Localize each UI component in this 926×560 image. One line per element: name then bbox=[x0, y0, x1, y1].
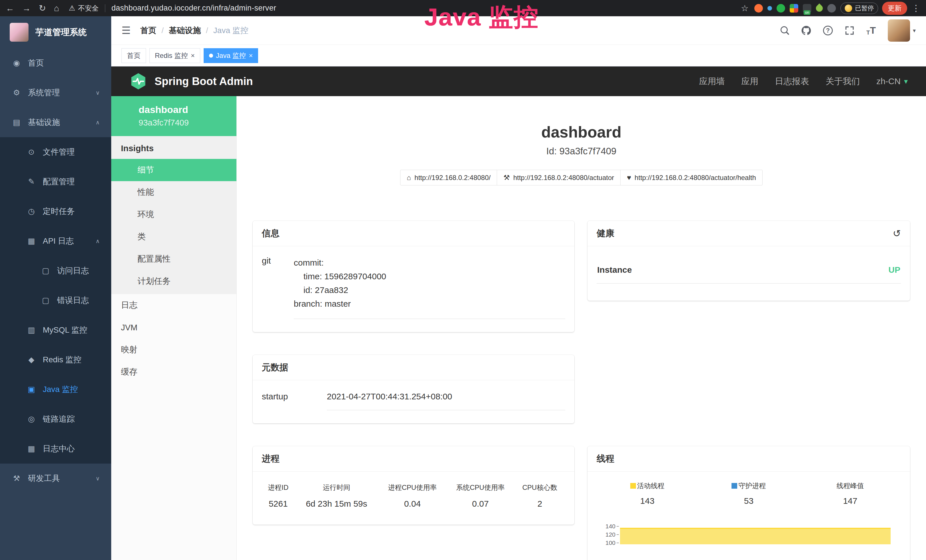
sba-item-details[interactable]: 细节 bbox=[111, 159, 236, 181]
sidebar-item-log-center[interactable]: ▦ 日志中心 bbox=[0, 434, 111, 463]
sba-item-caches[interactable]: 缓存 bbox=[111, 361, 236, 383]
sba-item-scheduled-tasks[interactable]: 计划任务 bbox=[111, 270, 236, 292]
extension-icon-4[interactable] bbox=[790, 4, 798, 12]
sba-content: dashboard Id: 93a3fc7f7409 ⌂ http://192.… bbox=[237, 96, 926, 560]
address-bar[interactable]: dashboard.yudao.iocoder.cn/infra/admin-s… bbox=[112, 4, 276, 12]
sba-item-classes[interactable]: 类 bbox=[111, 226, 236, 248]
app-logo[interactable]: 芋道管理系统 bbox=[0, 16, 111, 48]
tab-home[interactable]: 首页 bbox=[121, 48, 146, 63]
forward-icon[interactable]: → bbox=[22, 3, 31, 13]
sba-navbar: Spring Boot Admin 应用墙 应用 日志报表 关于我们 zh-CN… bbox=[111, 67, 926, 96]
tab-redis-monitor[interactable]: Redis 监控 × bbox=[150, 48, 200, 63]
close-icon[interactable]: × bbox=[191, 52, 195, 59]
sba-brand-title[interactable]: Spring Boot Admin bbox=[154, 75, 253, 88]
reload-icon[interactable]: ↻ bbox=[39, 3, 46, 13]
sidebar-item-label: 配置管理 bbox=[43, 176, 75, 187]
font-size-large-t: T bbox=[870, 25, 876, 36]
extension-icon-6[interactable] bbox=[814, 3, 824, 13]
sba-item-mappings[interactable]: 映射 bbox=[111, 339, 236, 361]
paused-badge[interactable]: 已暂停 bbox=[840, 3, 878, 14]
sba-item-environment[interactable]: 环境 bbox=[111, 203, 236, 226]
document-icon: ▢ bbox=[41, 296, 51, 305]
github-icon[interactable] bbox=[801, 26, 811, 35]
sba-nav-journal[interactable]: 日志报表 bbox=[775, 76, 809, 87]
fullscreen-icon[interactable] bbox=[845, 26, 855, 35]
monitor-icon: ▣ bbox=[26, 385, 36, 394]
sidebar-item-label: MySQL 监控 bbox=[43, 325, 87, 336]
bookmark-star-icon[interactable]: ☆ bbox=[741, 3, 749, 13]
sidebar-item-mysql-monitor[interactable]: ▥ MySQL 监控 bbox=[0, 315, 111, 345]
user-avatar[interactable] bbox=[888, 20, 910, 42]
process-value-system-cpu: 0.07 bbox=[446, 498, 514, 512]
security-chip[interactable]: ⚠ 不安全 bbox=[69, 4, 98, 13]
sidebar-item-tracing[interactable]: ◎ 链路追踪 bbox=[0, 404, 111, 434]
active-threads-swatch bbox=[630, 483, 636, 489]
info-card-title: 信息 bbox=[262, 227, 280, 239]
sidebar-item-label: 访问日志 bbox=[57, 265, 89, 276]
metadata-key: startup bbox=[262, 390, 327, 410]
help-icon[interactable]: ? bbox=[823, 26, 833, 35]
sidebar-item-home[interactable]: ◉ 首页 bbox=[0, 48, 111, 78]
sidebar-toggle-icon[interactable]: ☰ bbox=[121, 24, 131, 36]
user-menu[interactable]: ▾ bbox=[888, 20, 916, 42]
sidebar-item-redis-monitor[interactable]: ◆ Redis 监控 bbox=[0, 345, 111, 375]
browser-menu-icon[interactable]: ⋮ bbox=[912, 3, 920, 13]
extension-icon-2[interactable] bbox=[767, 6, 772, 11]
sba-nav-wallboard[interactable]: 应用墙 bbox=[699, 76, 725, 87]
sidebar-item-label: 定时任务 bbox=[43, 206, 75, 217]
extension-icon-1[interactable] bbox=[754, 4, 763, 12]
sidebar-item-file-management[interactable]: ⊙ 文件管理 bbox=[0, 137, 111, 167]
git-id-line: id: 27aa832 bbox=[294, 283, 565, 297]
home-icon: ⌂ bbox=[407, 173, 411, 182]
sba-instance-header[interactable]: dashboard 93a3fc7f7409 bbox=[111, 96, 236, 136]
sba-sidebar: dashboard 93a3fc7f7409 Insights 细节 性能 环境… bbox=[111, 96, 237, 560]
sidebar-item-api-log[interactable]: ▦ API 日志 ∧ bbox=[0, 226, 111, 256]
chevron-up-icon: ∧ bbox=[95, 238, 100, 244]
sba-item-performance[interactable]: 性能 bbox=[111, 181, 236, 203]
breadcrumb-home[interactable]: 首页 bbox=[140, 25, 156, 36]
search-icon[interactable] bbox=[780, 26, 790, 35]
metadata-card-title: 元数据 bbox=[262, 362, 288, 374]
tab-java-monitor[interactable]: Java 监控 × bbox=[204, 48, 258, 63]
sidebar-item-system-management[interactable]: ⚙ 系统管理 ∨ bbox=[0, 78, 111, 107]
wrench-icon: ⚒ bbox=[503, 173, 510, 182]
process-value-cpu-cores: 2 bbox=[514, 498, 565, 512]
sidebar-item-java-monitor[interactable]: ▣ Java 监控 bbox=[0, 375, 111, 404]
chevron-up-icon: ∧ bbox=[95, 119, 100, 126]
breadcrumb-infrastructure[interactable]: 基础设施 bbox=[169, 25, 201, 36]
database-icon: ▥ bbox=[26, 325, 36, 334]
sidebar-item-dev-tools[interactable]: ⚒ 研发工具 ∨ bbox=[0, 463, 111, 493]
actuator-url-button[interactable]: ⚒ http://192.168.0.2:48080/actuator bbox=[497, 170, 620, 185]
service-url-button[interactable]: ⌂ http://192.168.0.2:48080/ bbox=[400, 170, 497, 185]
extension-icon-7[interactable] bbox=[827, 4, 836, 12]
history-icon[interactable]: ↺ bbox=[893, 229, 901, 238]
close-icon[interactable]: × bbox=[249, 52, 253, 59]
browser-home-icon[interactable]: ⌂ bbox=[54, 3, 59, 13]
extension-icon-3[interactable] bbox=[776, 4, 785, 12]
sidebar-item-scheduled-jobs[interactable]: ◷ 定时任务 bbox=[0, 197, 111, 226]
sidebar-item-config-management[interactable]: ✎ 配置管理 bbox=[0, 167, 111, 197]
health-url-button[interactable]: ♥ http://192.168.0.2:48080/actuator/heal… bbox=[620, 170, 763, 185]
sba-item-logfile[interactable]: 日志 bbox=[111, 294, 236, 316]
sba-section-label: Insights bbox=[111, 136, 236, 159]
y-tick: 120 bbox=[605, 531, 616, 538]
daemon-threads-value: 53 bbox=[698, 496, 800, 506]
sidebar-item-infrastructure[interactable]: ▤ 基础设施 ∧ bbox=[0, 107, 111, 137]
sba-item-jvm[interactable]: JVM bbox=[111, 316, 236, 339]
sidebar-item-access-log[interactable]: ▢ 访问日志 bbox=[0, 256, 111, 286]
active-dot bbox=[209, 54, 213, 58]
sba-nav-about[interactable]: 关于我们 bbox=[826, 76, 860, 87]
browser-update-button[interactable]: 更新 bbox=[882, 2, 907, 15]
process-card-title: 进程 bbox=[262, 453, 280, 465]
sba-nav-applications[interactable]: 应用 bbox=[741, 76, 758, 87]
daemon-threads-label: 守护进程 bbox=[738, 481, 766, 490]
breadcrumb-separator: / bbox=[162, 26, 164, 35]
daemon-threads-swatch bbox=[731, 483, 737, 489]
sidebar-item-error-log[interactable]: ▢ 错误日志 bbox=[0, 286, 111, 315]
back-icon[interactable]: ← bbox=[6, 3, 14, 13]
font-size-icon[interactable]: TT bbox=[866, 25, 876, 36]
sba-item-config-properties[interactable]: 配置属性 bbox=[111, 248, 236, 270]
gear-icon: ⚙ bbox=[11, 88, 22, 97]
extension-icon-5[interactable]: on bbox=[803, 4, 811, 12]
sba-locale-select[interactable]: zh-CN ▾ bbox=[876, 76, 908, 86]
